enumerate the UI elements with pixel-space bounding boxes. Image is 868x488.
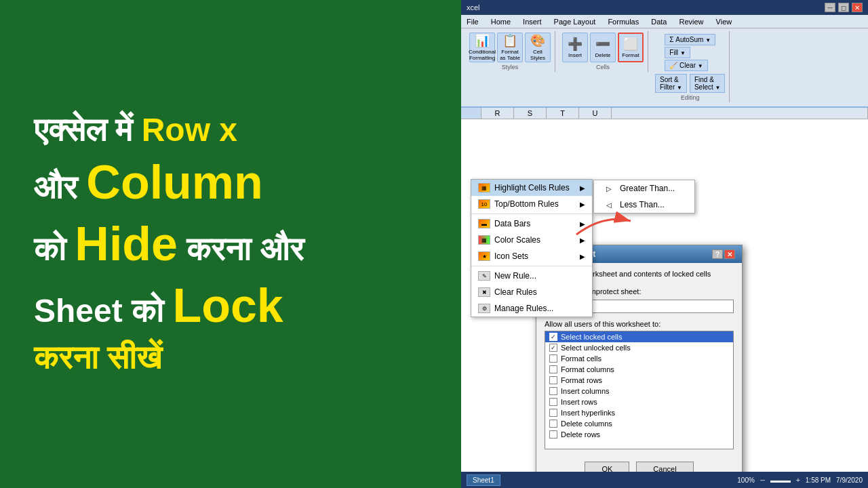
data-bars-label: Data Bars xyxy=(494,219,530,228)
icon-sets-item[interactable]: ★ Icon Sets ▶ xyxy=(471,248,592,264)
ok-button[interactable]: OK xyxy=(585,462,629,472)
menu-formulas[interactable]: Formulas xyxy=(605,16,642,27)
col-s: S xyxy=(514,108,547,119)
arrow-overlay xyxy=(570,207,637,241)
cells-group: ➕ Insert ➖ Delete ⬜ Format Cells xyxy=(558,31,648,72)
dialog-help-button[interactable]: ? xyxy=(712,249,723,259)
permissions-list[interactable]: ✓ Select locked cells ✓ Select unlocked … xyxy=(545,331,734,449)
cell-styles-button[interactable]: 🎨 CellStyles xyxy=(525,33,551,62)
top-bottom-icon: 10 xyxy=(478,199,490,209)
time-display: 1:58 PM xyxy=(806,476,831,484)
checkbox-select-locked[interactable]: ✓ xyxy=(549,333,557,341)
sort-filter-button[interactable]: Sort &Filter ▼ xyxy=(655,74,687,93)
highlight-arrow-icon: ▶ xyxy=(580,184,585,192)
col-t: T xyxy=(547,108,579,119)
menu-bar: File Home Insert Page Layout Formulas Da… xyxy=(461,15,868,28)
insert-icon: ➕ xyxy=(568,37,583,52)
cancel-button[interactable]: Cancel xyxy=(636,462,693,472)
menu-review[interactable]: Review xyxy=(676,16,706,27)
list-item-format-rows[interactable]: Format rows xyxy=(545,375,733,386)
menu-file[interactable]: File xyxy=(464,16,481,27)
delete-button[interactable]: ➖ Delete xyxy=(590,33,616,62)
list-item-format-cells[interactable]: Format cells xyxy=(545,353,733,364)
clear-rules-item[interactable]: ✖ Clear Rules xyxy=(471,284,592,300)
list-item-insert-rows[interactable]: Insert rows xyxy=(545,396,733,407)
restore-button[interactable]: ◻ xyxy=(838,3,849,12)
dialog-title-buttons: ? ✕ xyxy=(712,249,735,259)
list-item-insert-hyperlinks[interactable]: Insert hyperlinks xyxy=(545,407,733,418)
menu-insert[interactable]: Insert xyxy=(520,16,545,27)
conditional-formatting-button[interactable]: 📊 ConditionalFormatting xyxy=(469,33,495,62)
highlight-cells-icon: ▦ xyxy=(478,183,490,192)
ribbon-content: 📊 ConditionalFormatting 📋 Formatas Table… xyxy=(465,31,864,102)
zoom-slider[interactable]: ▬▬▬ xyxy=(770,476,791,484)
line2-column: और Column xyxy=(34,152,427,214)
checkbox-delete-columns[interactable] xyxy=(549,420,557,428)
data-bars-icon: ▬ xyxy=(478,219,490,228)
checkbox-delete-rows[interactable] xyxy=(549,430,557,439)
new-rule-item[interactable]: ✎ New Rule... xyxy=(471,268,592,284)
highlight-cells-label: Highlight Cells Rules xyxy=(494,183,570,192)
insert-button[interactable]: ➕ Insert xyxy=(562,33,588,62)
line1-yellow: Row x xyxy=(142,112,237,148)
list-item-insert-columns[interactable]: Insert columns xyxy=(545,386,733,396)
format-button[interactable]: ⬜ Format xyxy=(618,33,644,62)
conditional-formatting-dropdown: ▦ Highlight Cells Rules ▶ ▷ Greater Than… xyxy=(471,179,593,317)
minimize-button[interactable]: ─ xyxy=(825,3,835,12)
manage-rules-icon: ⚙ xyxy=(478,304,490,313)
checkbox-format-columns[interactable] xyxy=(549,365,557,373)
menu-data[interactable]: Data xyxy=(648,16,669,27)
title-bar: xcel ─ ◻ ✕ xyxy=(461,0,868,15)
dialog-close-button[interactable]: ✕ xyxy=(724,249,735,259)
format-table-icon: 📋 xyxy=(502,33,517,48)
checkbox-insert-rows[interactable] xyxy=(549,398,557,406)
top-bottom-label: Top/Bottom Rules xyxy=(494,199,559,209)
title-text: एक्सेल में Row x और Column को Hide करना … xyxy=(34,109,427,379)
find-select-button[interactable]: Find &Select ▼ xyxy=(690,74,726,93)
greater-than-icon: ▷ xyxy=(602,184,616,193)
top-bottom-arrow-icon: ▶ xyxy=(580,201,585,208)
icon-sets-arrow-icon: ▶ xyxy=(580,253,585,260)
checkbox-format-cells[interactable] xyxy=(549,354,557,363)
sheet-tab-sheet1[interactable]: Sheet1 xyxy=(467,474,500,486)
list-item-delete-columns[interactable]: Delete columns xyxy=(545,418,733,429)
date-display: 7/9/2020 xyxy=(836,476,863,484)
list-item-select-unlocked[interactable]: ✓ Select unlocked cells xyxy=(545,342,733,353)
styles-group-label: Styles xyxy=(502,64,519,70)
highlight-cells-rules-item[interactable]: ▦ Highlight Cells Rules ▶ ▷ Greater Than… xyxy=(471,180,592,196)
cell-styles-icon: 🎨 xyxy=(530,33,545,48)
fill-button[interactable]: Fill ▼ xyxy=(665,47,690,58)
icon-sets-icon: ★ xyxy=(478,251,490,261)
zoom-increase-button[interactable]: + xyxy=(796,476,800,484)
window-title: xcel xyxy=(467,3,480,12)
col-u: U xyxy=(579,108,612,119)
format-as-table-button[interactable]: 📋 Formatas Table xyxy=(497,33,523,62)
menu-view[interactable]: View xyxy=(713,16,735,27)
sheet-tabs: Sheet1 xyxy=(467,476,500,484)
checkbox-select-unlocked[interactable]: ✓ xyxy=(549,344,557,352)
checkbox-insert-hyperlinks[interactable] xyxy=(549,409,557,417)
manage-rules-item[interactable]: ⚙ Manage Rules... xyxy=(471,300,592,317)
icon-sets-label: Icon Sets xyxy=(494,251,528,261)
list-item-select-locked[interactable]: ✓ Select locked cells xyxy=(545,331,733,342)
greater-than-label: Greater Than... xyxy=(620,184,675,193)
greater-than-item[interactable]: ▷ Greater Than... xyxy=(594,180,694,197)
list-item-format-columns[interactable]: Format columns xyxy=(545,364,733,375)
color-scales-icon: ▦ xyxy=(478,235,490,245)
status-right: 100% ─ ▬▬▬ + 1:58 PM 7/9/2020 xyxy=(737,476,863,484)
conditional-formatting-group: 📊 ConditionalFormatting 📋 Formatas Table… xyxy=(465,31,555,72)
menu-page-layout[interactable]: Page Layout xyxy=(551,16,599,27)
checkbox-format-rows[interactable] xyxy=(549,376,557,384)
zoom-decrease-button[interactable]: ─ xyxy=(760,476,765,484)
editing-group: Σ AutoSum ▼ Fill ▼ 🧹 Clear ▼ Sort &Filte… xyxy=(651,31,730,102)
checkbox-insert-columns[interactable] xyxy=(549,387,557,395)
clear-button[interactable]: 🧹 Clear ▼ xyxy=(665,60,707,71)
col-extra xyxy=(612,108,868,119)
cells-group-label: Cells xyxy=(596,64,610,70)
autosum-button[interactable]: Σ AutoSum ▼ xyxy=(665,34,715,45)
line5-learn: करना सीखें xyxy=(34,337,427,379)
close-button[interactable]: ✕ xyxy=(852,3,863,12)
list-item-delete-rows[interactable]: Delete rows xyxy=(545,429,733,440)
menu-home[interactable]: Home xyxy=(488,16,513,27)
col-r: R xyxy=(481,108,514,119)
